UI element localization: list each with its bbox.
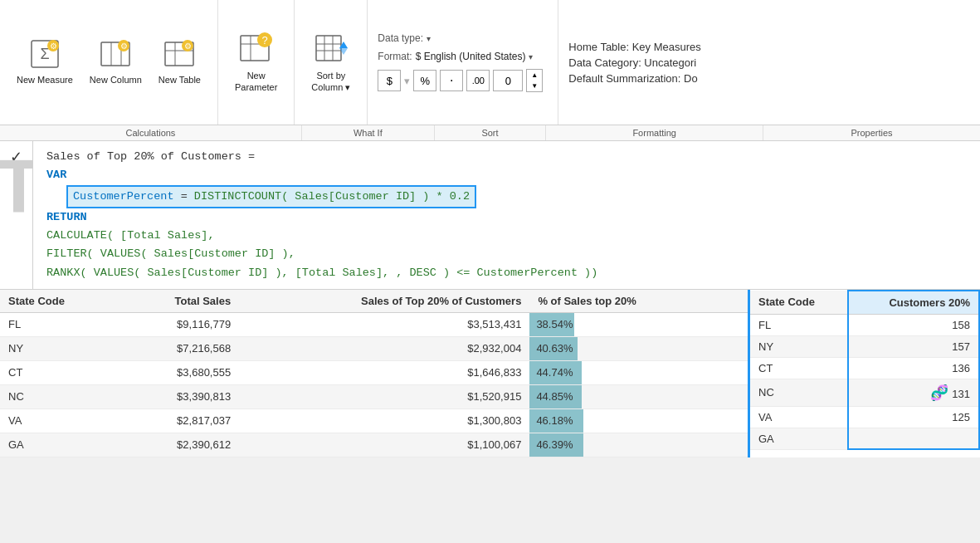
right-cell-state: VA: [750, 406, 848, 428]
new-table-label: New Table: [158, 75, 201, 86]
format-controls: $ ▾ % · .00 ▲ ▼: [378, 69, 543, 92]
ribbon-group-labels: Calculations What If Sort Formatting Pro…: [0, 125, 980, 140]
svg-text:⚙: ⚙: [120, 42, 128, 51]
sort-by-column-button[interactable]: Sort byColumn ▾: [305, 28, 357, 95]
left-cell-pct: 38.54%: [529, 312, 748, 336]
left-cell-total-sales: $3,390,813: [119, 384, 239, 408]
svg-rect-19: [316, 36, 341, 61]
decimal-input[interactable]: [493, 70, 523, 91]
left-cell-state: VA: [0, 408, 119, 433]
right-table-body: FL 158 NY 157 CT 136 NC 🧬131 VA 125 GA: [750, 314, 979, 449]
formula-calculate: CALCULATE( [Total Sales],: [46, 227, 967, 245]
right-cell-customers: 125: [848, 406, 979, 428]
new-measure-icon: Σ ⚙: [30, 39, 60, 73]
right-cell-state: FL: [750, 314, 848, 335]
col-sales-top20: Sales of Top 20% of Customers: [239, 290, 529, 313]
col-total-sales: Total Sales: [119, 290, 239, 313]
left-cell-pct: 44.74%: [529, 360, 748, 384]
ribbon-group-what-if: ? NewParameter: [218, 0, 295, 125]
data-type-dropdown[interactable]: ▾: [427, 34, 431, 43]
left-cell-total-sales: $2,390,612: [119, 433, 239, 457]
data-category-row: Data Category: Uncategori: [568, 56, 696, 69]
left-cell-pct: 44.85%: [529, 384, 748, 408]
left-table-row: VA $2,817,037 $1,300,803 46.18%: [0, 408, 748, 433]
svg-text:⚙: ⚙: [49, 42, 56, 51]
col-state-code: State Code: [0, 290, 119, 313]
sort-by-column-label: Sort byColumn ▾: [311, 71, 350, 92]
col-state-code-r: State Code: [750, 291, 848, 315]
right-cell-state: GA: [750, 428, 848, 449]
decimal-spinner: ▲ ▼: [526, 69, 543, 92]
left-table-row: NC $3,390,813 $1,520,915 44.85%: [0, 384, 748, 408]
formula-filter-text: FILTER( VALUES( Sales[Customer ID] ),: [46, 247, 295, 260]
ribbon-items: Σ ⚙ New Measure ⚙ Ne: [0, 0, 980, 125]
right-cell-state: NC: [750, 379, 848, 406]
left-cell-total-sales: $3,680,555: [119, 360, 239, 384]
left-table-row: NY $7,216,568 $2,932,004 40.63%: [0, 336, 748, 360]
left-table-body: FL $9,116,779 $3,513,431 38.54% NY $7,21…: [0, 312, 748, 457]
formula-rankx-text: RANKX( VALUES( Sales[Customer ID] ), [To…: [46, 267, 597, 279]
formula-confirm-button[interactable]: ✓: [10, 148, 22, 166]
data-category-text: Data Category: Uncategori: [568, 56, 696, 69]
ribbon-group-sort: Sort byColumn ▾: [295, 0, 368, 125]
new-parameter-icon: ?: [240, 32, 273, 69]
spin-down-button[interactable]: ▼: [527, 81, 542, 91]
left-cell-pct: 46.39%: [529, 433, 748, 457]
home-table-row: Home Table: Key Measures: [568, 41, 700, 53]
left-cell-pct: 46.18%: [529, 408, 748, 433]
comma-button[interactable]: ·: [440, 70, 463, 91]
left-cell-total-sales: $2,817,037: [119, 408, 239, 433]
formula-editor[interactable]: Sales of Top 20% of Customers = VAR Cust…: [33, 141, 980, 289]
new-column-icon: ⚙: [100, 39, 130, 73]
right-cell-state: NY: [750, 335, 848, 357]
formula-var-line: CustomerPercent = DISTINCTCOUNT( Sales[C…: [46, 185, 967, 208]
formula-return: RETURN: [46, 208, 967, 227]
default-summarization-text: Default Summarization: Do: [568, 72, 697, 85]
left-cell-state: NY: [0, 336, 119, 360]
content-main: ✓ Sales of Top 20% of Customers = VAR Cu…: [0, 141, 980, 543]
new-column-label: New Column: [90, 75, 142, 86]
new-table-button[interactable]: ⚙ New Table: [152, 36, 207, 89]
right-table-row: VA 125: [750, 406, 979, 428]
formula-title-line: Sales of Top 20% of Customers =: [46, 148, 967, 166]
left-cell-total-sales: $9,116,779: [119, 312, 239, 336]
format-dropdown[interactable]: ▾: [529, 52, 533, 61]
default-summarization-row: Default Summarization: Do: [568, 72, 697, 85]
left-data-table: State Code Total Sales Sales of Top 20% …: [0, 290, 748, 457]
new-measure-label: New Measure: [17, 75, 73, 86]
percent-button[interactable]: %: [413, 70, 436, 91]
right-table-row: NC 🧬131: [750, 379, 979, 406]
dollar-button[interactable]: $: [378, 70, 401, 91]
left-cell-state: FL: [0, 312, 119, 336]
left-cell-pct: 40.63%: [529, 336, 748, 360]
new-parameter-button[interactable]: ? NewParameter: [228, 28, 284, 95]
col-customers-20: Customers 20%: [848, 291, 979, 315]
decimal-button[interactable]: .00: [466, 70, 490, 91]
formula-var-indent: CustomerPercent = DISTINCTCOUNT( Sales[C…: [66, 190, 476, 203]
svg-text:?: ?: [261, 34, 267, 46]
ribbon-group-calculations: Σ ⚙ New Measure ⚙ Ne: [0, 0, 218, 125]
ribbon: Σ ⚙ New Measure ⚙ Ne: [0, 0, 980, 141]
left-cell-state: NC: [0, 384, 119, 408]
format-label: Format:: [378, 51, 412, 62]
formula-wrapper: ✓ Sales of Top 20% of Customers = VAR Cu…: [0, 141, 980, 290]
new-column-button[interactable]: ⚙ New Column: [83, 36, 149, 89]
right-table-header: State Code Customers 20%: [750, 291, 979, 315]
right-table-row: FL 158: [750, 314, 979, 335]
spin-up-button[interactable]: ▲: [527, 70, 542, 81]
new-measure-button[interactable]: Σ ⚙ New Measure: [10, 36, 80, 89]
content-area: Te ✓ Sales of Top 20% of Customers = VAR…: [0, 141, 980, 543]
ribbon-group-formatting: Data type: ▾ Format: $ English (United S…: [368, 0, 558, 125]
right-cell-customers: 136: [848, 357, 979, 379]
right-cell-customers: [848, 428, 979, 449]
left-cell-sales-top20: $1,300,803: [239, 408, 529, 433]
what-if-label: What If: [302, 125, 435, 140]
formula-filter: FILTER( VALUES( Sales[Customer ID] ),: [46, 245, 967, 263]
right-table-row: CT 136: [750, 357, 979, 379]
formula-check-area: ✓: [0, 141, 33, 289]
left-cell-sales-top20: $3,513,431: [239, 312, 529, 336]
left-table-header: State Code Total Sales Sales of Top 20% …: [0, 290, 748, 313]
left-cell-sales-top20: $1,646,833: [239, 360, 529, 384]
var-keyword: VAR: [46, 169, 66, 181]
format-sep1: ▾: [404, 75, 410, 87]
